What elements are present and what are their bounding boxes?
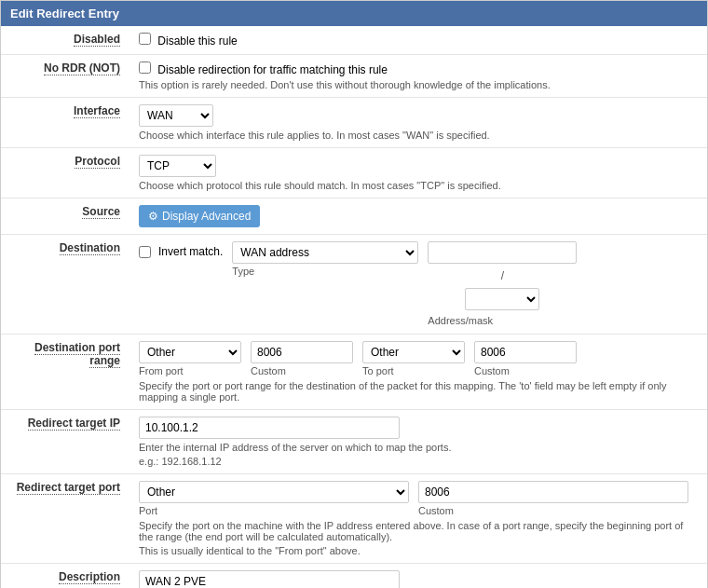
from-port-type-select[interactable]: OtherHTTPHTTPSFTPSSH bbox=[139, 341, 241, 363]
source-row: Source ⚙ Display Advanced bbox=[1, 198, 707, 235]
description-input[interactable] bbox=[139, 570, 400, 588]
dest-port-range-help: Specify the port or port range for the d… bbox=[139, 380, 700, 403]
destination-type-label: Type bbox=[232, 266, 418, 277]
to-port-type-select[interactable]: OtherHTTPHTTPSFTPSSH bbox=[362, 341, 465, 363]
destination-address-group: / 2432 Address/mask bbox=[428, 241, 577, 327]
no-rdr-checkbox[interactable] bbox=[139, 62, 151, 74]
redirect-target-ip-input[interactable] bbox=[139, 417, 400, 439]
destination-row: Destination Invert match. WAN address Si… bbox=[1, 235, 707, 335]
slash-divider: / bbox=[499, 266, 506, 286]
description-row: Description A description may be entered… bbox=[1, 564, 707, 589]
interface-content: WAN LAN WAN2 Choose which interface this… bbox=[131, 98, 707, 148]
redirect-port-type-select[interactable]: OtherHTTPHTTPSFTPSSH bbox=[139, 481, 409, 503]
description-label: Description bbox=[1, 564, 131, 589]
redirect-port-input[interactable] bbox=[418, 481, 688, 503]
protocol-row: Protocol TCP UDP TCP/UDP ICMP Choose whi… bbox=[1, 148, 707, 198]
destination-address-label: Address/mask bbox=[428, 315, 493, 326]
to-port-custom-label: Custom bbox=[474, 365, 577, 376]
protocol-select[interactable]: TCP UDP TCP/UDP ICMP bbox=[139, 155, 216, 177]
description-content: A description may be entered here for ad… bbox=[131, 564, 707, 589]
redirect-port-custom-label: Custom bbox=[418, 505, 688, 516]
redirect-port-value-group: Custom bbox=[418, 481, 688, 516]
invert-match-checkbox[interactable] bbox=[139, 246, 151, 258]
from-port-value-group: Custom bbox=[251, 341, 353, 376]
redirect-target-port-content: OtherHTTPHTTPSFTPSSH Port Custom Specify… bbox=[131, 474, 707, 564]
interface-label: Interface bbox=[1, 98, 131, 148]
interface-help: Choose which interface this rule applies… bbox=[139, 130, 700, 141]
destination-type-group: WAN address Single host or alias Network… bbox=[232, 241, 418, 277]
dest-port-range-content: OtherHTTPHTTPSFTPSSH From port Custom Ot… bbox=[131, 335, 707, 410]
redirect-target-ip-help1: Enter the internal IP address of the ser… bbox=[139, 442, 700, 453]
from-port-input[interactable] bbox=[251, 341, 353, 363]
dest-port-range-row: Destination port range OtherHTTPHTTPSFTP… bbox=[1, 335, 707, 410]
redirect-port-section: OtherHTTPHTTPSFTPSSH Port Custom bbox=[139, 481, 700, 516]
no-rdr-label: No RDR (NOT) bbox=[1, 55, 131, 98]
destination-fields: Invert match. WAN address Single host or… bbox=[139, 241, 700, 327]
no-rdr-content: Disable redirection for traffic matching… bbox=[131, 55, 707, 98]
port-section: OtherHTTPHTTPSFTPSSH From port Custom Ot… bbox=[139, 341, 700, 376]
to-port-input[interactable] bbox=[474, 341, 577, 363]
redirect-port-type-group: OtherHTTPHTTPSFTPSSH Port bbox=[139, 481, 409, 516]
source-label: Source bbox=[1, 198, 131, 235]
redirect-target-ip-content: Enter the internal IP address of the ser… bbox=[131, 410, 707, 474]
no-rdr-help: This option is rarely needed. Don't use … bbox=[139, 79, 700, 90]
to-port-group: OtherHTTPHTTPSFTPSSH To port bbox=[362, 341, 465, 376]
disabled-checkbox[interactable] bbox=[139, 33, 151, 45]
redirect-target-port-row: Redirect target port OtherHTTPHTTPSFTPSS… bbox=[1, 474, 707, 564]
panel-title: Edit Redirect Entry bbox=[1, 1, 707, 26]
interface-row: Interface WAN LAN WAN2 Choose which inte… bbox=[1, 98, 707, 148]
redirect-target-ip-label: Redirect target IP bbox=[1, 410, 131, 474]
protocol-content: TCP UDP TCP/UDP ICMP Choose which protoc… bbox=[131, 148, 707, 198]
destination-content: Invert match. WAN address Single host or… bbox=[131, 235, 707, 335]
invert-match-label[interactable]: Invert match. bbox=[139, 241, 223, 258]
disabled-label: Disabled bbox=[1, 26, 131, 55]
gear-icon: ⚙ bbox=[148, 210, 158, 223]
source-content: ⚙ Display Advanced bbox=[131, 198, 707, 235]
redirect-target-port-help1: Specify the port on the machine with the… bbox=[139, 520, 700, 542]
redirect-target-ip-help2: e.g.: 192.168.1.12 bbox=[139, 456, 700, 467]
redirect-port-label: Port bbox=[139, 505, 409, 516]
to-port-value-group: Custom bbox=[474, 341, 577, 376]
redirect-target-ip-row: Redirect target IP Enter the internal IP… bbox=[1, 410, 707, 474]
to-port-label: To port bbox=[362, 365, 465, 376]
destination-label: Destination bbox=[1, 235, 131, 335]
protocol-label: Protocol bbox=[1, 148, 131, 198]
interface-select[interactable]: WAN LAN WAN2 bbox=[139, 104, 213, 127]
no-rdr-checkbox-label[interactable]: Disable redirection for traffic matching… bbox=[139, 63, 388, 76]
redirect-target-port-help2: This is usually identical to the "From p… bbox=[139, 545, 700, 556]
no-rdr-row: No RDR (NOT) Disable redirection for tra… bbox=[1, 55, 707, 98]
disabled-checkbox-label[interactable]: Disable this rule bbox=[139, 34, 238, 48]
dest-port-range-label: Destination port range bbox=[1, 335, 131, 410]
redirect-target-port-label: Redirect target port bbox=[1, 474, 131, 564]
destination-address-input[interactable] bbox=[428, 241, 577, 264]
display-advanced-button[interactable]: ⚙ Display Advanced bbox=[139, 205, 260, 227]
from-port-custom-label: Custom bbox=[251, 365, 353, 376]
destination-type-select[interactable]: WAN address Single host or alias Network… bbox=[232, 241, 418, 264]
edit-redirect-panel: Edit Redirect Entry Disabled Disable thi… bbox=[0, 0, 708, 588]
protocol-help: Choose which protocol this rule should m… bbox=[139, 180, 700, 191]
destination-mask-select[interactable]: 2432 bbox=[465, 288, 539, 310]
from-port-group: OtherHTTPHTTPSFTPSSH From port bbox=[139, 341, 241, 376]
disabled-content: Disable this rule bbox=[131, 26, 707, 55]
disabled-row: Disabled Disable this rule bbox=[1, 26, 707, 55]
from-port-label: From port bbox=[139, 365, 241, 376]
